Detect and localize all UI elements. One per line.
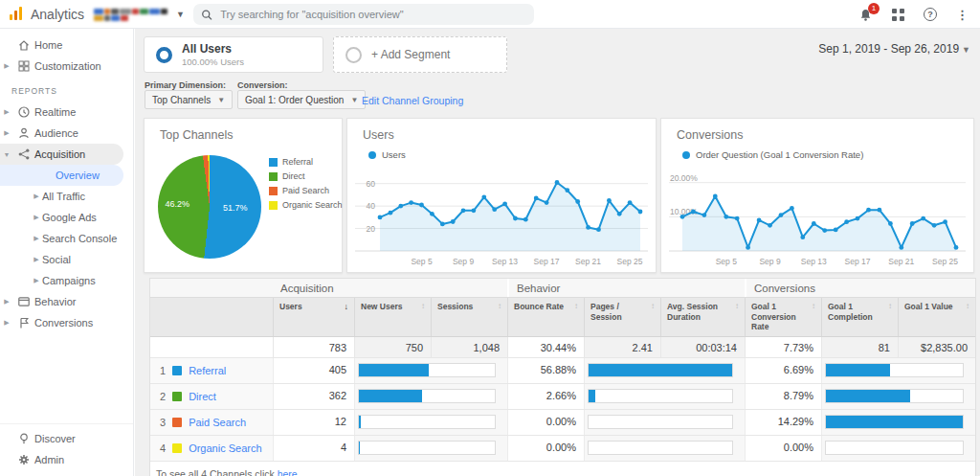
column-header-goal-1-completion[interactable]: Goal 1 Completion↕: [821, 298, 898, 336]
users-value: 4: [273, 436, 354, 461]
table-totals-row: 7837501,04830.44%2.4100:03:147.73%81$2,8…: [150, 337, 975, 358]
legend-item: Paid Search: [269, 186, 343, 195]
chevron-down-icon: ▼: [350, 96, 358, 104]
row-rank: 1: [160, 365, 166, 376]
sidebar-item-home[interactable]: Home: [0, 34, 133, 56]
sidebar-item-label: Behavior: [34, 296, 76, 307]
behavior-icon: [13, 295, 34, 308]
sidebar-item-acquisition[interactable]: ▼Acquisition: [0, 144, 123, 165]
bar-chart-cell: [821, 436, 975, 461]
svg-text:Sep 5: Sep 5: [716, 257, 737, 266]
sidebar-item-search-console[interactable]: ▶Search Console: [0, 228, 133, 249]
total-value: 00:03:14: [660, 337, 745, 357]
add-segment-button[interactable]: + Add Segment: [333, 36, 507, 73]
sidebar-item-behavior[interactable]: ▶Behavior: [0, 291, 133, 312]
sidebar-item-label: Discover: [34, 433, 76, 444]
svg-text:Sep 13: Sep 13: [801, 257, 827, 266]
chevron-down-icon: ▼: [962, 45, 970, 55]
column-header-new-users[interactable]: New Users↕: [354, 298, 431, 336]
home-icon: [13, 38, 34, 52]
sidebar-item-discover[interactable]: Discover: [0, 428, 133, 449]
product-name: Analytics: [31, 7, 84, 22]
segment-all-users[interactable]: All Users 100.00% Users: [144, 36, 323, 73]
channel-link[interactable]: Direct: [189, 391, 216, 402]
svg-text:20: 20: [367, 224, 376, 234]
notifications-bell-icon[interactable]: 1: [858, 8, 873, 22]
column-header-avg-session-duration[interactable]: Avg. Session Duration↕: [660, 298, 745, 336]
total-value: $2,835.00: [898, 337, 975, 357]
column-header-users[interactable]: Users↓: [273, 298, 354, 336]
bar-chart-cell: [354, 410, 507, 435]
sidebar-item-realtime[interactable]: ▶Realtime: [0, 102, 133, 123]
conversion-dropdown[interactable]: Goal 1: Order Question▼: [237, 90, 366, 109]
sidebar-item-label: Social: [42, 254, 71, 265]
sidebar-item-all-traffic[interactable]: ▶All Traffic: [0, 186, 133, 207]
sidebar-item-google-ads[interactable]: ▶Google Ads: [0, 207, 133, 228]
chevron-right-icon: ▶: [0, 129, 13, 137]
sort-desc-icon: ↓: [345, 302, 349, 332]
column-header-pages-session[interactable]: Pages / Session↕: [584, 298, 660, 336]
add-segment-label: + Add Segment: [371, 48, 450, 61]
bounce-rate-value: 2.66%: [507, 384, 584, 409]
sort-idle-icon: ↕: [735, 302, 739, 332]
column-header-goal-1-value[interactable]: Goal 1 Value↕: [898, 298, 975, 336]
bar-chart-cell: [354, 358, 507, 383]
bar-chart-cell: [584, 358, 745, 383]
sidebar-item-label: Admin: [34, 454, 64, 465]
sidebar-item-label: Realtime: [34, 106, 76, 118]
row-rank: 4: [160, 442, 166, 454]
svg-text:Sep 21: Sep 21: [575, 257, 601, 266]
total-value: 2.41: [584, 337, 660, 357]
main-content: All Users 100.00% Users + Add Segment Se…: [135, 29, 980, 476]
channel-color-swatch-icon: [172, 366, 182, 375]
sidebar-item-social[interactable]: ▶Social: [0, 249, 133, 270]
search-icon: [201, 9, 212, 21]
segment-subtitle: 100.00% Users: [182, 57, 244, 67]
search-input[interactable]: [220, 9, 526, 20]
primary-dimension-dropdown[interactable]: Top Channels▼: [145, 90, 233, 109]
chevron-right-icon: ▶: [31, 214, 42, 221]
channel-color-swatch-icon: [172, 392, 182, 401]
account-selector[interactable]: ▼: [94, 4, 189, 25]
chevron-right-icon: ▶: [0, 319, 13, 327]
help-icon[interactable]: ?: [924, 8, 937, 21]
total-value: 1,048: [431, 337, 507, 357]
bounce-rate-value: 0.00%: [507, 410, 584, 435]
column-header-sessions[interactable]: Sessions↕: [431, 298, 507, 336]
channel-link[interactable]: Referral: [189, 365, 226, 376]
column-header-goal-1-conversion-rate[interactable]: Goal 1 Conversion Rate↕: [745, 298, 821, 336]
column-header-bounce-rate[interactable]: Bounce Rate↕: [507, 298, 584, 336]
sidebar-item-campaigns[interactable]: ▶Campaigns: [0, 270, 133, 291]
see-all-channels-link[interactable]: here: [278, 468, 298, 476]
sidebar-item-conversions[interactable]: ▶Conversions: [0, 312, 133, 333]
segment-title: All Users: [182, 42, 244, 56]
goal-conversion-rate-value: 0.00%: [745, 436, 821, 461]
channel-link[interactable]: Organic Search: [189, 442, 261, 454]
chevron-right-icon: ▶: [31, 235, 42, 242]
bar-chart-cell: [354, 436, 507, 461]
date-range-picker[interactable]: Sep 1, 2019 - Sep 26, 2019▼: [818, 42, 970, 56]
edit-channel-grouping-link[interactable]: Edit Channel Grouping: [362, 95, 463, 106]
conversions-chart-title: Conversions: [677, 128, 743, 142]
legend-swatch-icon: [269, 158, 278, 167]
svg-text:60: 60: [367, 179, 376, 189]
users-chart-title: Users: [363, 128, 394, 142]
sidebar-item-admin[interactable]: Admin: [0, 449, 133, 470]
apps-grid-icon[interactable]: [892, 9, 904, 21]
sidebar-item-label: Home: [34, 39, 62, 51]
sidebar-item-audience[interactable]: ▶Audience: [0, 123, 133, 144]
sidebar-item-overview[interactable]: Overview: [0, 165, 123, 186]
sort-idle-icon: ↕: [888, 302, 892, 332]
analytics-logo-icon[interactable]: [10, 7, 22, 20]
sidebar-item-label: Conversions: [34, 317, 93, 329]
bar-chart-cell: [584, 410, 745, 435]
sidebar-item-customization[interactable]: ▶Customization: [0, 56, 133, 77]
channel-link[interactable]: Paid Search: [189, 417, 246, 428]
table-group-header-row: AcquisitionBehaviorConversions: [150, 279, 975, 297]
svg-text:Sep 17: Sep 17: [534, 257, 560, 266]
legend-item: Direct: [269, 171, 343, 181]
account-name-redacted: [94, 6, 172, 23]
table-group-label: Behavior: [507, 279, 745, 297]
sidebar-section-label: REPORTS: [0, 77, 133, 102]
more-menu-icon[interactable]: ⋮: [956, 8, 969, 22]
